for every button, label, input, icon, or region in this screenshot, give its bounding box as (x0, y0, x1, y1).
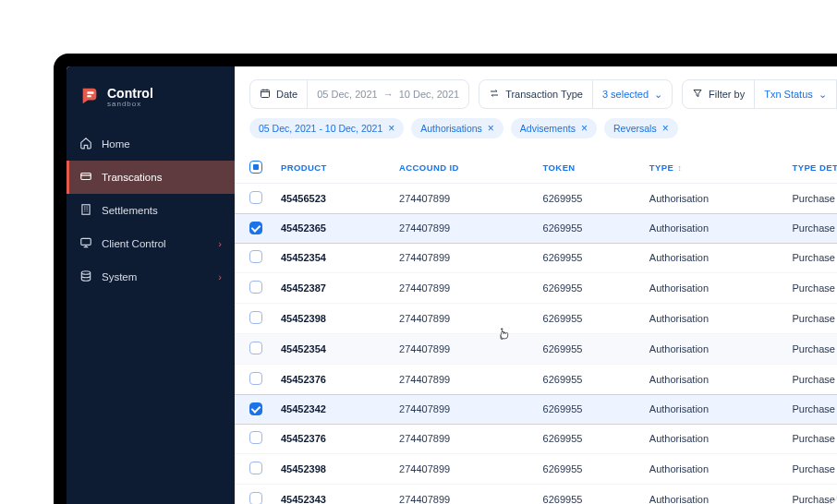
filter-icon (692, 88, 703, 101)
sidebar-item-transcations[interactable]: Transcations (67, 161, 235, 194)
svg-rect-2 (81, 174, 91, 180)
select-all-checkbox[interactable] (249, 161, 262, 174)
nav: HomeTranscationsSettlementsClient Contro… (67, 127, 235, 294)
close-icon[interactable]: × (388, 123, 394, 134)
chevron-down-icon: ⌄ (654, 89, 662, 101)
svg-rect-1 (87, 95, 91, 97)
arrow-right-icon: → (383, 89, 394, 100)
table-row[interactable]: 454523542744078996269955AuthorisationPur… (235, 243, 837, 273)
cell-token: 6269955 (543, 403, 583, 414)
row-checkbox[interactable] (249, 462, 262, 474)
row-checkbox[interactable] (249, 431, 262, 444)
col-token[interactable]: TOKEN (534, 151, 640, 184)
cell-product: 45452387 (281, 282, 326, 294)
col-product[interactable]: PRODUCT (272, 151, 390, 184)
table-row[interactable]: 454523982744078996269955AuthorisationPur… (235, 304, 837, 334)
cell-token: 6269955 (543, 433, 583, 444)
cell-type-detail: Purchase Return (792, 313, 837, 324)
monitor-icon (79, 236, 92, 251)
table-row[interactable]: 454523422744078996269955AuthorisationPur… (235, 395, 837, 424)
cell-type-detail: Purchase Return (792, 343, 837, 354)
calendar-icon (260, 88, 271, 101)
cell-token: 6269955 (543, 282, 583, 294)
chevron-right-icon: › (218, 238, 222, 249)
cell-product: 45452365 (281, 222, 326, 234)
cell-account-id: 274407899 (399, 403, 450, 414)
cell-product: 45452398 (281, 313, 326, 324)
cell-type: Authorisation (649, 374, 709, 385)
sidebar-item-label: Transcations (102, 172, 162, 183)
col-account-id[interactable]: ACCOUND ID (390, 151, 533, 184)
sidebar-item-client-control[interactable]: Client Control› (67, 227, 235, 260)
date-from: 05 Dec, 2021 (317, 89, 377, 100)
filter-by-value: Txn Status (764, 89, 813, 100)
row-checkbox[interactable] (249, 372, 262, 385)
cell-token: 6269955 (543, 374, 583, 385)
filter-chip[interactable]: Authorisations× (411, 118, 503, 138)
table-row[interactable]: 454523542744078996269955AuthorisationPur… (235, 334, 837, 365)
cell-type: Authorisation (649, 343, 709, 354)
row-checkbox[interactable] (249, 250, 262, 263)
row-checkbox[interactable] (249, 492, 262, 504)
cell-type: Authorisation (649, 403, 709, 414)
cell-type-detail: Purchase Return (792, 222, 837, 234)
cell-product: 45452354 (281, 343, 326, 354)
cell-type-detail: Purchase Return (792, 282, 837, 294)
filter-chip[interactable]: Reversals× (604, 118, 678, 138)
row-checkbox[interactable] (249, 402, 262, 415)
table-row[interactable]: 454523762744078996269955AuthorisationPur… (235, 365, 837, 395)
sidebar-item-label: Settlements (102, 205, 158, 216)
sidebar-item-home[interactable]: Home (67, 127, 235, 161)
cell-type: Authorisation (649, 313, 709, 324)
cell-account-id: 274407899 (399, 313, 450, 324)
cell-token: 6269955 (543, 313, 583, 324)
txn-type-label: Transaction Type (505, 89, 583, 100)
row-checkbox[interactable] (249, 222, 262, 234)
txn-type-selected: 3 selected (602, 89, 649, 100)
row-checkbox[interactable] (249, 191, 262, 204)
col-type-detail[interactable]: TYPE DETAIL↕ (782, 151, 837, 184)
svg-rect-0 (87, 91, 93, 93)
row-checkbox[interactable] (249, 311, 262, 324)
chip-label: 05 Dec, 2021 - 10 Dec, 2021 (259, 123, 382, 134)
cell-account-id: 274407899 (399, 374, 450, 385)
cell-token: 6269955 (543, 494, 583, 504)
chevron-right-icon: › (218, 271, 222, 282)
cell-type-detail: Purchase Return (792, 193, 837, 204)
close-icon[interactable]: × (488, 123, 494, 134)
sidebar-item-settlements[interactable]: Settlements (67, 194, 235, 227)
table-row[interactable]: 454565232744078996269955AuthorisationPur… (235, 184, 837, 214)
brand: Control sandbox (67, 79, 235, 127)
table-row[interactable]: 454523982744078996269955AuthorisationPur… (235, 454, 837, 485)
row-checkbox[interactable] (249, 342, 262, 354)
table-row[interactable]: 454523872744078996269955AuthorisationPur… (235, 273, 837, 304)
cell-account-id: 274407899 (399, 494, 450, 504)
cell-account-id: 274407899 (399, 343, 450, 354)
svg-point-5 (81, 271, 90, 275)
table-row[interactable]: 454523432744078996269955AuthorisationPur… (235, 485, 837, 505)
row-checkbox[interactable] (249, 281, 262, 294)
filter-bar: Date 05 Dec, 2021 → 10 Dec, 2021 Transac… (235, 66, 837, 118)
sidebar-item-label: Home (102, 138, 130, 150)
filter-by[interactable]: Filter by Txn Status ⌄ I (682, 79, 837, 109)
close-icon[interactable]: × (581, 123, 588, 134)
cell-product: 45452398 (281, 463, 326, 474)
close-icon[interactable]: × (662, 123, 669, 134)
col-type[interactable]: TYPE↕ (640, 151, 783, 184)
date-filter[interactable]: Date 05 Dec, 2021 → 10 Dec, 2021 (249, 79, 469, 109)
cell-product: 45452376 (281, 433, 326, 444)
cell-type: Authorisation (649, 193, 709, 204)
filter-chip[interactable]: Advisements× (511, 118, 597, 138)
table-row[interactable]: 454523762744078996269955AuthorisationPur… (235, 424, 837, 454)
card-icon (79, 170, 92, 185)
chip-label: Advisements (520, 123, 576, 134)
sidebar-item-label: System (102, 271, 137, 282)
txn-type-filter[interactable]: Transaction Type 3 selected ⌄ (479, 79, 673, 109)
main: Date 05 Dec, 2021 → 10 Dec, 2021 Transac… (235, 66, 837, 504)
cell-account-id: 274407899 (399, 282, 450, 294)
transactions-table: PRODUCT ACCOUND ID TOKEN TYPE↕ TYPE DETA… (235, 151, 837, 504)
filter-chip[interactable]: 05 Dec, 2021 - 10 Dec, 2021× (249, 118, 404, 138)
sidebar-item-system[interactable]: System› (67, 260, 235, 294)
cell-account-id: 274407899 (399, 252, 450, 263)
table-row[interactable]: 454523652744078996269955AuthorisationPur… (235, 214, 837, 243)
